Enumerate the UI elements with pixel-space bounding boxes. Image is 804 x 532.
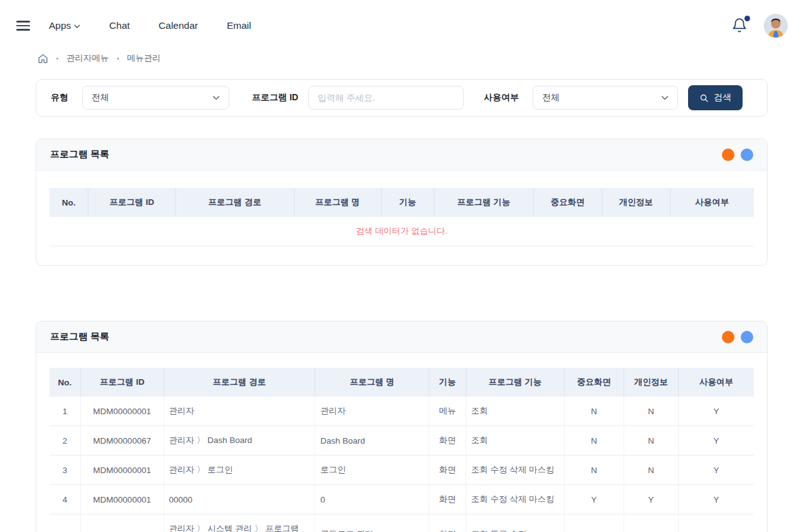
orange-circle-button[interactable] [722, 331, 734, 343]
cell-program-name: 로그인 [315, 456, 429, 485]
chevron-down-icon [661, 94, 669, 102]
empty-state-row: 검색 데이터가 없습니다. [50, 217, 754, 246]
nav-item-chat[interactable]: Chat [109, 20, 130, 31]
program-list-panel: 프로그램 목록 No. 프로그램 ID 프로그램 경로 프로그램 명 기능 프로… [36, 321, 768, 532]
notification-badge [744, 16, 750, 21]
program-table: No. 프로그램 ID 프로그램 경로 프로그램 명 기능 프로그램 기능 중요… [50, 368, 754, 532]
type-label: 유형 [51, 92, 68, 103]
cell-program-id: MDM00000001 [80, 485, 164, 514]
cell-personal-info: N [624, 397, 679, 426]
cell-important-screen: N [565, 397, 624, 426]
header-cell: 사용여부 [670, 188, 754, 217]
cell-program-function: 조회 [466, 397, 564, 426]
use-select-value: 전체 [542, 92, 560, 103]
breadcrumb-separator [117, 58, 119, 60]
program-id-label: 프로그램 ID [252, 92, 298, 103]
cell-important-screen: N [565, 514, 624, 532]
notification-bell-icon[interactable] [731, 18, 748, 34]
cell-use-yn: Y [679, 397, 754, 426]
cell-important-screen: N [565, 426, 624, 456]
cell-no: 4 [50, 485, 80, 514]
table-row[interactable]: 3 MDM00000001 관리자 〉 로그인 로그인 화면 조회 수정 삭제 … [50, 456, 754, 485]
cell-program-path: 관리자 〉 로그인 [164, 456, 315, 485]
cell-program-function: 조회 수정 삭제 마스킹 [466, 485, 564, 514]
panel-body: No. 프로그램 ID 프로그램 경로 프로그램 명 기능 프로그램 기능 중요… [36, 353, 767, 532]
home-icon[interactable] [38, 53, 48, 64]
cell-important-screen: Y [565, 485, 624, 514]
top-bar: Apps Chat Calendar Email [0, 0, 804, 46]
table-header-row: No. 프로그램 ID 프로그램 경로 프로그램 명 기능 프로그램 기능 중요… [50, 188, 754, 217]
cell-use-yn: Y [679, 426, 754, 456]
search-icon [699, 93, 709, 103]
breadcrumb-separator [56, 58, 58, 60]
header-cell: 개인정보 [624, 368, 679, 397]
type-select[interactable]: 전체 [82, 86, 229, 110]
header-cell: 중요화면 [533, 188, 602, 217]
cell-program-path: 관리자 〉 Dash Board [164, 426, 315, 456]
cell-program-name: 관리자 [315, 397, 429, 426]
header-cell: 프로그램 명 [294, 188, 381, 217]
cell-program-name: Dash Board [315, 426, 429, 456]
cell-function: 화면 [429, 426, 466, 456]
header-cell: 기능 [381, 188, 434, 217]
nav-item-apps[interactable]: Apps [49, 20, 80, 31]
panel-title: 프로그램 목록 [50, 331, 109, 343]
nav-item-email[interactable]: Email [227, 20, 251, 31]
header-cell: 프로그램 경로 [175, 188, 294, 217]
breadcrumb-item-menu-management[interactable]: 메뉴관리 [127, 53, 161, 64]
cell-program-name: 공통코드 관리 [315, 514, 429, 532]
cell-program-id: MDM00000001 [80, 514, 164, 532]
hamburger-menu-icon[interactable] [16, 21, 30, 31]
table-row[interactable]: 1 MDM00000001 관리자 관리자 메뉴 조회 N N Y [50, 397, 754, 426]
cell-use-yn: Y [679, 514, 754, 532]
chevron-down-icon [74, 23, 80, 29]
cell-use-yn: Y [679, 485, 754, 514]
header-cell: 프로그램 ID [88, 188, 175, 217]
cell-program-path: 관리자 〉 시스템 관리 〉 프로그램 관리 [164, 514, 315, 532]
table-row[interactable]: 4 MDM00000001 00000 0 화면 조회 수정 삭제 마스킹 Y … [50, 485, 754, 514]
blue-circle-button[interactable] [741, 331, 753, 343]
header-cell: 프로그램 ID [80, 368, 164, 397]
use-select[interactable]: 전체 [533, 86, 678, 110]
breadcrumb-item-admin-menu[interactable]: 관리자메뉴 [66, 53, 109, 64]
nav-item-calendar[interactable]: Calendar [159, 20, 198, 31]
chevron-down-icon [212, 94, 220, 102]
cell-function: 메뉴 [429, 397, 466, 426]
nav-item-label: Email [227, 20, 251, 31]
panel-header: 프로그램 목록 [36, 321, 767, 353]
use-label: 사용여부 [484, 92, 519, 103]
top-nav: Apps Chat Calendar Email [49, 20, 251, 31]
empty-message: 검색 데이터가 없습니다. [50, 217, 754, 246]
avatar[interactable] [764, 14, 788, 38]
program-list-panel-empty: 프로그램 목록 No. 프로그램 ID 프로그램 경로 프로그램 명 기능 프로… [36, 138, 768, 266]
cell-program-path: 00000 [164, 485, 315, 514]
header-cell: 사용여부 [679, 368, 754, 397]
orange-circle-button[interactable] [722, 149, 734, 161]
cell-no: 1 [50, 397, 80, 426]
cell-personal-info: N [624, 456, 679, 485]
header-cell: 기능 [429, 368, 466, 397]
search-button[interactable]: 검색 [688, 85, 743, 110]
cell-function: 화면 [429, 456, 466, 485]
panel-title: 프로그램 목록 [50, 149, 109, 160]
cell-program-function: 조회 [466, 426, 564, 456]
panel-body: No. 프로그램 ID 프로그램 경로 프로그램 명 기능 프로그램 기능 중요… [36, 170, 767, 265]
table-row[interactable]: 5 MDM00000001 관리자 〉 시스템 관리 〉 프로그램 관리 공통코… [50, 514, 754, 532]
cell-program-function: 조회 등록 수정 [466, 514, 564, 532]
cell-program-id: MDM00000001 [80, 397, 164, 426]
search-button-label: 검색 [714, 92, 731, 103]
cell-personal-info: N [624, 426, 679, 456]
cell-no: 5 [50, 514, 80, 532]
cell-important-screen: N [565, 456, 624, 485]
table-row[interactable]: 2 MDM00000067 관리자 〉 Dash Board Dash Boar… [50, 426, 754, 456]
cell-no: 3 [50, 456, 80, 485]
blue-circle-button[interactable] [741, 149, 753, 161]
program-id-input[interactable] [308, 86, 464, 110]
header-cell: No. [50, 368, 80, 397]
nav-item-label: Chat [109, 20, 130, 31]
cell-program-name: 0 [315, 485, 429, 514]
header-cell: 프로그램 기능 [466, 368, 564, 397]
header-cell: 프로그램 경로 [164, 368, 315, 397]
type-select-value: 전체 [91, 92, 109, 103]
cell-personal-info: Y [624, 485, 679, 514]
